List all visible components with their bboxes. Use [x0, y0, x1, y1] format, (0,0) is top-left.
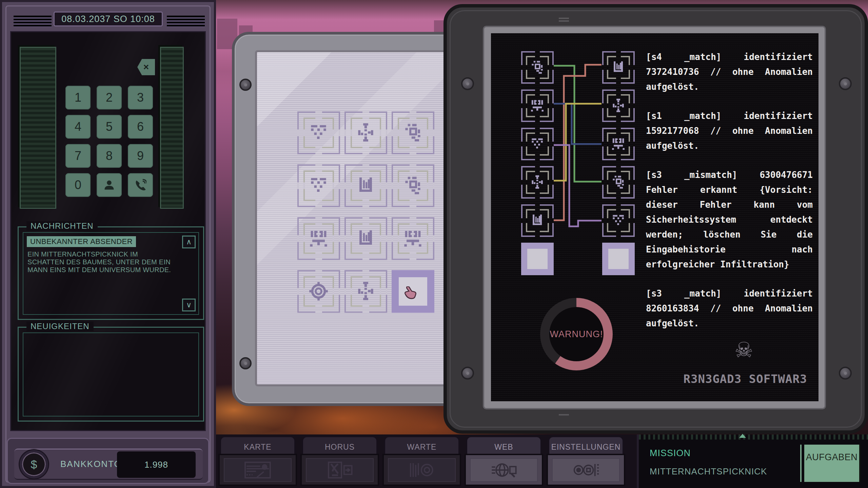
glyph-tile-cross[interactable] — [344, 270, 387, 313]
glyph-tile-circle[interactable] — [297, 270, 340, 313]
tab-einstellungen[interactable]: EINSTELLUNGEN — [548, 436, 624, 486]
tab-web[interactable]: WEB — [466, 436, 541, 486]
screw-icon — [839, 367, 852, 380]
key-6[interactable]: 6 — [128, 115, 153, 139]
screw-icon — [461, 77, 474, 90]
diag-glyph-icon — [403, 123, 423, 143]
tdots-glyph-icon — [309, 123, 329, 143]
glyph-tile-bars[interactable] — [344, 164, 387, 207]
tdots-glyph-icon — [611, 213, 626, 228]
bars-glyph-icon — [356, 176, 376, 196]
glyph-tile-brackets[interactable] — [392, 217, 434, 260]
diag-glyph-icon — [611, 175, 626, 189]
cross-glyph-icon — [611, 98, 626, 113]
phone-keypad: 1 2 3 4 5 6 7 8 9 0 — [65, 86, 153, 197]
key-9[interactable]: 9 — [128, 144, 153, 168]
key-8[interactable]: 8 — [97, 144, 122, 168]
glyph-grid — [297, 111, 434, 313]
glyph-tile-brackets — [602, 128, 635, 160]
tab-karte[interactable]: KARTE — [220, 436, 295, 486]
brackets-glyph-icon — [611, 137, 626, 151]
aufgaben-button[interactable]: AUFGABEN — [804, 445, 861, 482]
connection-line-tdots — [553, 145, 601, 226]
glyph-tile-diag — [602, 166, 635, 199]
chevron-down-icon: ∨ — [186, 301, 192, 309]
glyph-tile-bars — [521, 204, 554, 237]
cursor-hand-icon — [403, 286, 416, 300]
vent-decoration — [559, 18, 569, 19]
key-7[interactable]: 7 — [65, 144, 91, 168]
glyph-tile-brackets[interactable] — [297, 217, 340, 260]
warte-console-icon — [388, 458, 456, 482]
bars-glyph-icon — [356, 228, 376, 248]
messages-section: NACHRICHTEN UNBEKANNTER ABSENDER EIN MIT… — [18, 222, 204, 320]
connection-line-cross — [553, 104, 601, 181]
einstellungen-dials-icon — [552, 458, 620, 482]
message-body: EIN MITTERNACHTSPICKNICK IM SCHATTEN DES… — [27, 250, 175, 274]
message-sender[interactable]: UNBEKANNTER ABSENDER — [27, 236, 136, 247]
glyph-tile-cross[interactable] — [344, 111, 387, 154]
connection-line-brackets — [553, 104, 601, 144]
key-0[interactable]: 0 — [65, 173, 91, 197]
phone-call-icon — [134, 179, 146, 191]
diag-glyph-icon — [403, 176, 423, 196]
renegade-software-brand: R3N3GAD3 SOFTWAR3 — [671, 372, 819, 386]
person-icon — [103, 179, 115, 191]
diag-glyph-icon — [530, 60, 545, 75]
backspace-x-icon: × — [143, 62, 149, 73]
glyph-tile-diag[interactable] — [392, 111, 434, 154]
keypad-side-panel-right — [160, 47, 184, 209]
glyph-tile-brackets — [521, 89, 554, 122]
brackets-glyph-icon — [530, 98, 545, 113]
date-time-display: 08.03.2037 SO 10:08 — [54, 12, 163, 26]
tab-warte[interactable]: WARTE — [384, 436, 459, 486]
screw-icon — [461, 367, 474, 380]
log-entry: [s3 _mismatch] 6300476671 Fehler erkannt… — [646, 167, 813, 272]
glyph-tile-tdots[interactable] — [297, 111, 340, 154]
glyph-tile-diag — [521, 51, 554, 84]
vent-decoration — [559, 20, 569, 22]
screw-icon — [239, 357, 252, 369]
tdots-glyph-icon — [309, 176, 329, 196]
brackets-glyph-icon — [403, 228, 423, 248]
terminal-log: [s4 _match] identifiziert 7372410736 // … — [646, 49, 813, 331]
key-2[interactable]: 2 — [97, 86, 122, 109]
key-3[interactable]: 3 — [128, 86, 153, 109]
mission-comb-decoration — [639, 434, 868, 440]
connection-line-bars — [553, 65, 601, 220]
log-entry: [s3 _match] identifiziert 8260163834 // … — [646, 286, 813, 331]
network-right-column — [602, 51, 635, 275]
glyph-tile-selected — [602, 243, 635, 275]
karte-icon — [224, 458, 292, 482]
log-entry: [s1 _match] identifiziert 1592177068 // … — [646, 108, 813, 153]
clock-side-stripes — [167, 16, 205, 27]
glyph-tile-bars — [602, 51, 635, 84]
scroll-down-button[interactable]: ∨ — [182, 299, 196, 311]
glyph-tile-tdots — [521, 128, 554, 160]
circle-glyph-icon — [309, 281, 329, 301]
screw-icon — [239, 79, 252, 91]
news-section: NEUIGKEITEN — [18, 323, 204, 422]
key-1[interactable]: 1 — [65, 86, 91, 109]
skull-icon: ☠ — [734, 338, 753, 362]
contacts-key[interactable] — [97, 173, 122, 197]
connection-line-diag — [553, 66, 601, 182]
glyph-tile-diag[interactable] — [392, 164, 434, 207]
glyph-tile-tdots[interactable] — [297, 164, 340, 207]
glyph-tile-bars[interactable] — [344, 217, 387, 260]
cross-glyph-icon — [530, 175, 545, 189]
key-4[interactable]: 4 — [65, 115, 91, 139]
tab-horus[interactable]: HORUS — [302, 436, 377, 486]
game-screen: 08.03.2037 SO 10:08 × 1 2 3 4 5 6 7 8 9 … — [0, 0, 868, 488]
messages-box: UNBEKANNTER ABSENDER EIN MITTERNACHTSPIC… — [18, 226, 204, 320]
key-5[interactable]: 5 — [97, 115, 122, 139]
scroll-up-button[interactable]: ∧ — [182, 236, 196, 248]
news-header: NEUIGKEITEN — [26, 322, 94, 331]
messages-header: NACHRICHTEN — [26, 221, 98, 231]
messages-list: UNBEKANNTER ABSENDER EIN MITTERNACHTSPIC… — [23, 232, 199, 315]
date-time-text: 08.03.2037 SO 10:08 — [61, 14, 155, 24]
keypad-side-panel-left — [20, 47, 56, 209]
call-key[interactable] — [128, 173, 153, 197]
horus-bird-icon — [306, 458, 374, 482]
news-list — [23, 332, 199, 416]
